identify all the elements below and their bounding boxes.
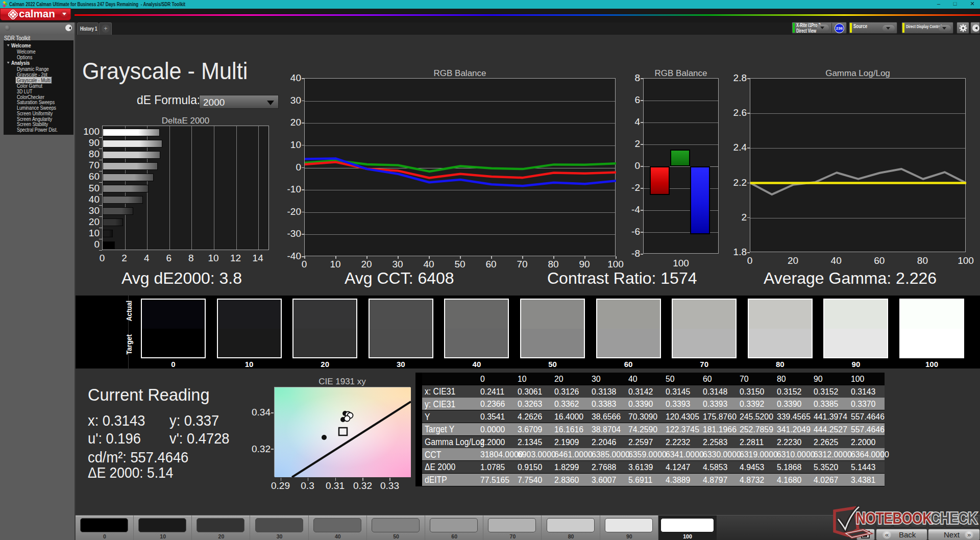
svg-text:CHECK: CHECK bbox=[930, 509, 977, 527]
svg-text:NOTEBOOK: NOTEBOOK bbox=[856, 509, 932, 527]
